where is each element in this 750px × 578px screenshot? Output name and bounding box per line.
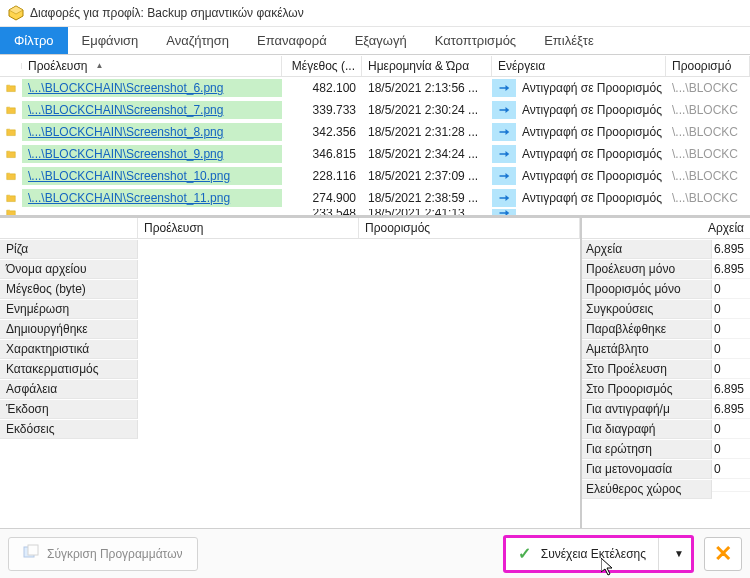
cell-date: 18/5/2021 2:41:13 ... <box>362 209 492 215</box>
cell-origin[interactable]: \...\BLOCKCHAIN\Screenshot_8.png <box>22 123 282 141</box>
cell-origin[interactable] <box>22 211 282 215</box>
menu-επιλέξτε[interactable]: Επιλέξτε <box>530 27 608 54</box>
menu-φίλτρο[interactable]: Φίλτρο <box>0 27 68 54</box>
col-date[interactable]: Ημερομηνία & Ώρα <box>362 56 492 76</box>
table-row[interactable]: \...\BLOCKCHAIN\Screenshot_6.png482.1001… <box>0 77 750 99</box>
cell-dest: \...\BLOCKC <box>666 145 750 163</box>
details-label: Όνομα αρχείου <box>0 260 138 279</box>
stats-row: Ελεύθερος χώρος <box>582 479 750 499</box>
arrow-right-icon[interactable] <box>492 189 516 207</box>
continue-run-button[interactable]: ✓ Συνέχεια Εκτέλεσης ▼ <box>503 535 694 573</box>
continue-dropdown[interactable]: ▼ <box>667 538 691 570</box>
table-row[interactable]: \...\BLOCKCHAIN\Screenshot_9.png346.8151… <box>0 143 750 165</box>
menu-εξαγωγή[interactable]: Εξαγωγή <box>341 27 421 54</box>
cell-date: 18/5/2021 2:13:56 ... <box>362 79 492 97</box>
cell-dest: \...\BLOCKC <box>666 189 750 207</box>
cell-origin[interactable]: \...\BLOCKCHAIN\Screenshot_10.png <box>22 167 282 185</box>
table-row[interactable]: \...\BLOCKCHAIN\Screenshot_11.png274.900… <box>0 187 750 209</box>
col-size[interactable]: Μέγεθος (... <box>282 56 362 76</box>
details-row: Ασφάλεια <box>0 379 580 399</box>
cell-action: Αντιγραφή σε Προορισμός <box>516 167 666 185</box>
svg-rect-17 <box>28 545 38 555</box>
menu-κατοπτρισμός[interactable]: Κατοπτρισμός <box>421 27 530 54</box>
stats-value: 0 <box>712 320 750 339</box>
file-link[interactable]: \...\BLOCKCHAIN\Screenshot_8.png <box>28 125 223 139</box>
details-head-dest[interactable]: Προορισμός <box>359 218 580 238</box>
details-panel: Προέλευση Προορισμός ΡίζαΌνομα αρχείουΜέ… <box>0 218 580 528</box>
stats-row: Για αντιγραφή/μ6.895 <box>582 399 750 419</box>
svg-marker-3 <box>506 85 510 91</box>
cell-dest: \...\BLOCKC <box>666 123 750 141</box>
cell-date: 18/5/2021 2:34:24 ... <box>362 145 492 163</box>
table-row[interactable]: \...\BLOCKCHAIN\Screenshot_10.png228.116… <box>0 165 750 187</box>
stats-label: Ελεύθερος χώρος <box>582 480 712 499</box>
sort-asc-icon: ▲ <box>96 61 104 70</box>
chevron-down-icon: ▼ <box>674 548 684 559</box>
stats-value: 0 <box>712 360 750 379</box>
cell-origin[interactable]: \...\BLOCKCHAIN\Screenshot_6.png <box>22 79 282 97</box>
arrow-right-icon[interactable] <box>492 145 516 163</box>
compare-schedules-button[interactable]: Σύγκριση Προγραμμάτων <box>8 537 198 571</box>
col-dest[interactable]: Προορισμό <box>666 56 750 76</box>
details-label: Μέγεθος (byte) <box>0 280 138 299</box>
stats-label: Για αντιγραφή/μ <box>582 400 712 419</box>
file-link[interactable]: \...\BLOCKCHAIN\Screenshot_7.png <box>28 103 223 117</box>
stats-value: 0 <box>712 440 750 459</box>
table-row[interactable]: \...\BLOCKCHAIN\Screenshot_7.png339.7331… <box>0 99 750 121</box>
cell-dest: \...\BLOCKC <box>666 79 750 97</box>
details-section: Προέλευση Προορισμός ΡίζαΌνομα αρχείουΜέ… <box>0 216 750 528</box>
arrow-right-icon[interactable] <box>492 79 516 97</box>
cell-size: 274.900 <box>282 189 362 207</box>
stats-header: Αρχεία <box>582 218 750 239</box>
cell-origin[interactable]: \...\BLOCKCHAIN\Screenshot_7.png <box>22 101 282 119</box>
stats-label: Αρχεία <box>582 240 712 259</box>
arrow-right-icon[interactable] <box>492 123 516 141</box>
stats-value: 0 <box>712 340 750 359</box>
stats-rows: Αρχεία6.895Προέλευση μόνο6.895Προορισμός… <box>582 239 750 499</box>
menu-εμφάνιση[interactable]: Εμφάνιση <box>68 27 153 54</box>
menu-bar: ΦίλτροΕμφάνισηΑναζήτησηΕπαναφοράΕξαγωγήΚ… <box>0 27 750 55</box>
col-action[interactable]: Ενέργεια <box>492 56 666 76</box>
cell-origin[interactable]: \...\BLOCKCHAIN\Screenshot_9.png <box>22 145 282 163</box>
details-row: Δημιουργήθηκε <box>0 319 580 339</box>
file-link[interactable]: \...\BLOCKCHAIN\Screenshot_11.png <box>28 191 230 205</box>
menu-επαναφορά[interactable]: Επαναφορά <box>243 27 341 54</box>
stats-row: Συγκρούσεις0 <box>582 299 750 319</box>
continue-main[interactable]: ✓ Συνέχεια Εκτέλεσης <box>506 538 659 570</box>
title-bar: Διαφορές για προφίλ: Backup σημαντικών φ… <box>0 0 750 27</box>
file-link[interactable]: \...\BLOCKCHAIN\Screenshot_10.png <box>28 169 230 183</box>
col-icon[interactable] <box>0 63 22 69</box>
stats-label: Για μετονομασία <box>582 460 712 479</box>
stats-label: Συγκρούσεις <box>582 300 712 319</box>
arrow-right-icon[interactable] <box>492 101 516 119</box>
folder-icon <box>0 124 22 140</box>
menu-αναζήτηση[interactable]: Αναζήτηση <box>152 27 243 54</box>
stats-value: 6.895 <box>712 260 750 279</box>
file-link[interactable]: \...\BLOCKCHAIN\Screenshot_9.png <box>28 147 223 161</box>
details-row: Χαρακτηριστικά <box>0 339 580 359</box>
stats-value: 0 <box>712 280 750 299</box>
cell-origin[interactable]: \...\BLOCKCHAIN\Screenshot_11.png <box>22 189 282 207</box>
details-header: Προέλευση Προορισμός <box>0 218 580 239</box>
file-link[interactable]: \...\BLOCKCHAIN\Screenshot_6.png <box>28 81 223 95</box>
svg-marker-7 <box>506 129 510 135</box>
cancel-button[interactable]: ✕ <box>704 537 742 571</box>
cell-size: 482.100 <box>282 79 362 97</box>
col-origin[interactable]: Προέλευση ▲ <box>22 56 282 76</box>
arrow-right-icon[interactable] <box>492 209 516 215</box>
table-body[interactable]: \...\BLOCKCHAIN\Screenshot_6.png482.1001… <box>0 77 750 215</box>
stats-row: Στο Προορισμός6.895 <box>582 379 750 399</box>
stats-value: 0 <box>712 300 750 319</box>
file-diff-table: Προέλευση ▲ Μέγεθος (... Ημερομηνία & Ώρ… <box>0 55 750 216</box>
stats-row: Παραβλέφθηκε0 <box>582 319 750 339</box>
details-head-origin[interactable]: Προέλευση <box>138 218 359 238</box>
details-label: Χαρακτηριστικά <box>0 340 138 359</box>
table-row[interactable]: 233.54818/5/2021 2:41:13 ... <box>0 209 750 215</box>
details-row: Έκδοση <box>0 399 580 419</box>
arrow-right-icon[interactable] <box>492 167 516 185</box>
cell-dest: \...\BLOCKC <box>666 167 750 185</box>
stats-head-label[interactable]: Αρχεία <box>582 218 750 238</box>
stats-value: 6.895 <box>712 400 750 419</box>
folder-icon <box>0 209 22 215</box>
table-row[interactable]: \...\BLOCKCHAIN\Screenshot_8.png342.3561… <box>0 121 750 143</box>
